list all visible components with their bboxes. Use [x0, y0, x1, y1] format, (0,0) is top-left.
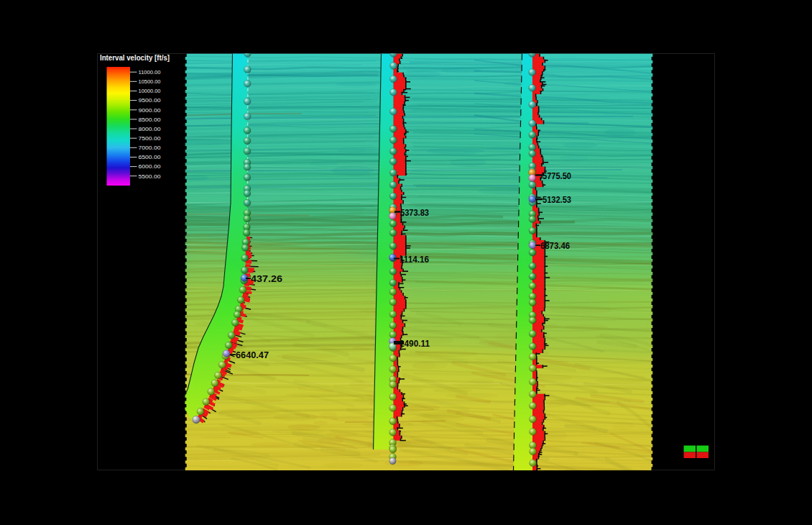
svg-text:8000.00: 8000.00: [139, 126, 162, 132]
svg-text:9000.00: 9000.00: [139, 107, 162, 114]
svg-text:6873.46: 6873.46: [540, 240, 570, 251]
svg-text:5775.50: 5775.50: [543, 170, 571, 181]
svg-text:5500.00: 5500.00: [139, 173, 162, 180]
svg-text:2490.11: 2490.11: [400, 338, 430, 349]
svg-text:10000.00: 10000.00: [139, 88, 162, 94]
svg-text:437.26: 437.26: [251, 273, 282, 284]
svg-text:1114.16: 1114.16: [400, 254, 429, 265]
svg-text:6000.00: 6000.00: [139, 163, 162, 170]
svg-text:11000.00: 11000.00: [139, 69, 162, 76]
svg-text:8500.00: 8500.00: [139, 117, 162, 123]
svg-text:6640.47: 6640.47: [236, 350, 269, 360]
svg-text:5132.53: 5132.53: [543, 194, 571, 205]
svg-text:7000.00: 7000.00: [139, 145, 162, 151]
svg-text:6500.00: 6500.00: [139, 154, 162, 160]
svg-text:10500.00: 10500.00: [139, 78, 162, 85]
svg-text:5373.83: 5373.83: [400, 207, 429, 218]
svg-text:Interval velocity [ft/s]: Interval velocity [ft/s]: [100, 54, 170, 62]
svg-text:9500.00: 9500.00: [139, 97, 162, 104]
svg-text:7500.00: 7500.00: [139, 135, 162, 142]
